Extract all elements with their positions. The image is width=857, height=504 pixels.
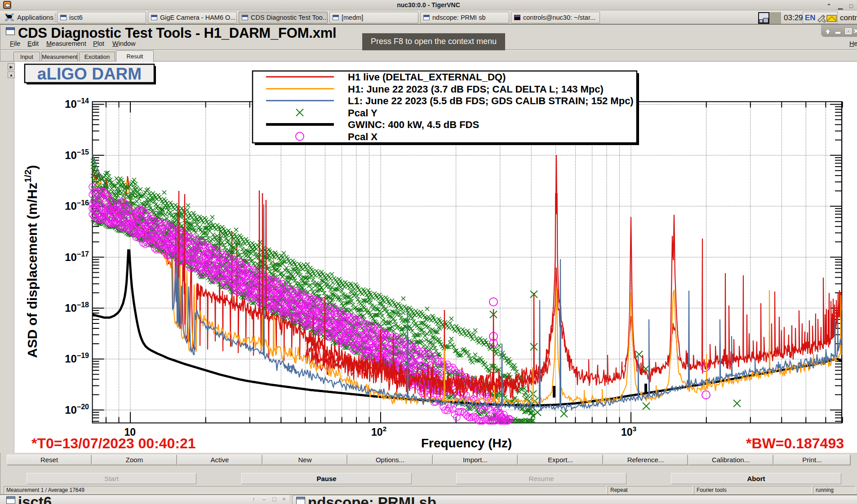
svg-text:10−15: 10−15	[65, 148, 89, 161]
svg-text:Pcal Y: Pcal Y	[348, 107, 377, 119]
svg-text:10−17: 10−17	[65, 250, 89, 263]
svg-text:Frequency (Hz): Frequency (Hz)	[421, 436, 512, 450]
svg-text:*BW=0.187493: *BW=0.187493	[746, 435, 844, 451]
svg-text:aLIGO DARM: aLIGO DARM	[37, 65, 142, 83]
svg-text:103: 103	[621, 425, 636, 438]
svg-text:10−18: 10−18	[65, 301, 89, 314]
svg-text:10−16: 10−16	[65, 199, 89, 212]
svg-text:H1 live (DELTAL_EXTERNAL_DQ): H1 live (DELTAL_EXTERNAL_DQ)	[348, 71, 506, 83]
svg-text:L1: June 22 2023 (5.5 dB FDS;: L1: June 22 2023 (5.5 dB FDS; GDS CALIB …	[348, 95, 634, 106]
svg-text:ASD of displacement (m/Hz1/2): ASD of displacement (m/Hz1/2)	[22, 165, 40, 358]
svg-text:*T0=13/07/2023 00:40:21: *T0=13/07/2023 00:40:21	[31, 435, 196, 451]
svg-text:H1: June 22 2023 (3.7 dB FDS;: H1: June 22 2023 (3.7 dB FDS; CAL DELTA …	[348, 84, 604, 95]
svg-text:10−14: 10−14	[65, 97, 89, 110]
svg-text:10−19: 10−19	[65, 352, 89, 365]
svg-text:102: 102	[371, 425, 386, 438]
svg-text:10−20: 10−20	[65, 403, 89, 416]
svg-text:Pcal X: Pcal X	[348, 131, 377, 142]
svg-text:GWINC: 400 kW, 4.5 dB FDS: GWINC: 400 kW, 4.5 dB FDS	[348, 119, 479, 130]
